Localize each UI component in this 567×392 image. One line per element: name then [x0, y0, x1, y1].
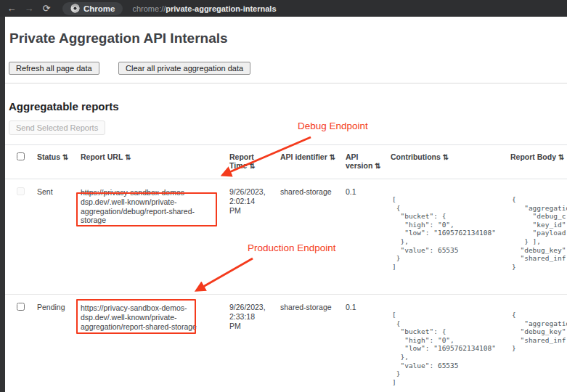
url-scheme: chrome:// — [132, 4, 166, 13]
header-report-body[interactable]: Report Body⇅ — [506, 145, 567, 179]
send-selected-reports-button[interactable]: Send Selected Reports — [9, 121, 105, 135]
report-body-cell: { "aggregatio "debug_c "key_id" "payload… — [512, 195, 567, 271]
section-divider — [5, 83, 567, 83]
forward-icon[interactable]: → — [20, 0, 38, 17]
reports-table-wrapper: Status⇅ Report URL⇅ Report Time⇅ API ide… — [5, 144, 567, 392]
address-bar[interactable]: chrome://private-aggregation-internals — [132, 4, 276, 13]
header-report-url[interactable]: Report URL⇅ — [76, 145, 225, 179]
row-select-checkbox[interactable] — [17, 187, 25, 195]
sort-icon: ⇅ — [62, 153, 68, 161]
table-row: Sent https://privacy-sandbox-demos- dsp.… — [5, 179, 567, 295]
aggregatable-reports-table: Status⇅ Report URL⇅ Report Time⇅ API ide… — [5, 144, 567, 392]
chrome-app-badge[interactable]: Chrome — [62, 2, 123, 15]
contributions-cell: [ { "bucket": { "high": "0", "low": "169… — [392, 195, 502, 271]
debug-endpoint-label: Debug Endpoint — [298, 121, 368, 131]
api-version-cell: 0.1 — [341, 179, 386, 295]
sort-icon: ⇅ — [558, 153, 564, 161]
url-host: private-aggregation-internals — [166, 4, 276, 13]
clear-all-button[interactable]: Clear all private aggregation data — [118, 62, 250, 75]
api-identifier-cell: shared-storage — [276, 295, 341, 392]
status-cell: Pending — [33, 295, 76, 392]
table-row: Pending https://privacy-sandbox-demos- d… — [5, 295, 567, 392]
browser-toolbar: ← → ⟳ Chrome chrome://private-aggregatio… — [0, 0, 567, 17]
report-url-cell: https://privacy-sandbox-demos- dsp.dev/.… — [81, 303, 219, 331]
header-api-identifier[interactable]: API identifier⇅ — [276, 145, 341, 179]
chrome-logo-icon — [70, 4, 80, 13]
report-body-cell: { "aggregatio "debug_key" "shared_inf } — [512, 311, 567, 353]
row-select-checkbox[interactable] — [17, 303, 25, 311]
page-toolbar: Refresh all page data Clear all private … — [9, 61, 567, 75]
chrome-app-label: Chrome — [83, 4, 115, 13]
production-endpoint-label: Production Endpoint — [248, 242, 336, 253]
sort-icon: ⇅ — [249, 162, 255, 170]
left-edge-strip — [0, 17, 5, 392]
contributions-cell: [ { "bucket": { "high": "0", "low": "169… — [392, 311, 502, 386]
api-identifier-cell: shared-storage — [276, 179, 341, 295]
private-aggregation-internals-page: Private Aggregation API Internals Refres… — [5, 17, 567, 392]
api-version-cell: 0.1 — [341, 295, 386, 392]
page-title: Private Aggregation API Internals — [9, 30, 567, 46]
header-status[interactable]: Status⇅ — [33, 145, 76, 179]
header-contributions[interactable]: Contributions⇅ — [386, 145, 506, 179]
sort-icon: ⇅ — [375, 162, 380, 170]
sort-icon: ⇅ — [443, 153, 449, 161]
sort-icon: ⇅ — [330, 153, 335, 161]
sort-icon: ⇅ — [125, 153, 131, 161]
report-time-cell: 9/26/2023, 2:02:14 PM — [229, 187, 272, 215]
refresh-all-button[interactable]: Refresh all page data — [9, 62, 99, 75]
status-cell: Sent — [33, 179, 76, 295]
table-header-row: Status⇅ Report URL⇅ Report Time⇅ API ide… — [5, 145, 567, 179]
report-time-cell: 9/26/2023, 2:33:18 PM — [229, 303, 272, 330]
reload-icon[interactable]: ⟳ — [38, 0, 55, 17]
select-all-checkbox[interactable] — [17, 152, 25, 160]
aggregatable-reports-heading: Aggregatable reports — [9, 100, 567, 113]
report-url-cell: https://privacy-sandbox-demos- dsp.dev/.… — [81, 188, 219, 225]
header-report-time[interactable]: Report Time⇅ — [225, 145, 276, 179]
header-api-version[interactable]: API version⇅ — [341, 145, 386, 179]
header-select-all[interactable] — [5, 145, 33, 179]
back-icon[interactable]: ← — [3, 0, 20, 17]
